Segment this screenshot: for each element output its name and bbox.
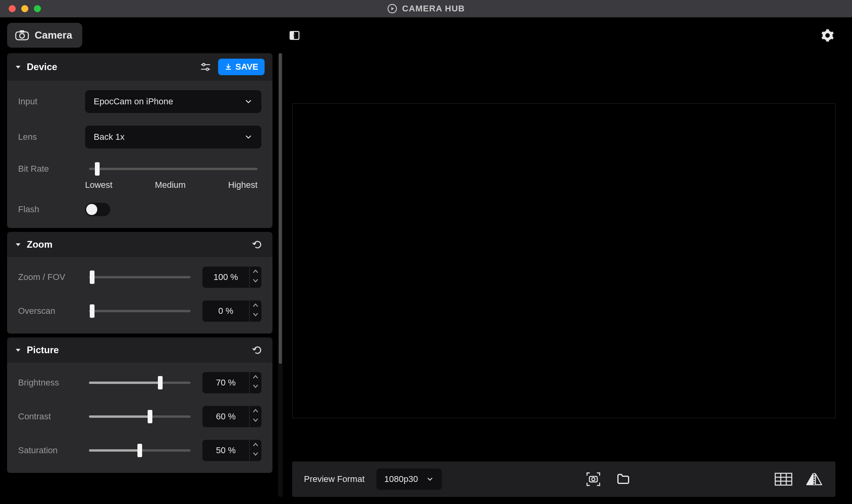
picture-panel: Picture Brightness — [7, 337, 272, 473]
overscan-value[interactable]: 0 % — [202, 300, 249, 322]
titlebar: CAMERA HUB — [0, 0, 852, 17]
svg-rect-3 — [20, 30, 24, 33]
bitrate-med-label: Medium — [155, 180, 185, 190]
picture-panel-header[interactable]: Picture — [7, 337, 272, 363]
zoom-fov-down[interactable] — [250, 276, 261, 285]
minimize-window-button[interactable] — [21, 5, 28, 12]
brightness-value[interactable]: 70 % — [202, 372, 249, 393]
preview-format-label: Preview Format — [304, 474, 365, 484]
overscan-up[interactable] — [250, 300, 261, 310]
zoom-fov-stepper: 100 % — [202, 267, 261, 288]
zoom-fov-up[interactable] — [250, 267, 261, 276]
app-title: CAMERA HUB — [387, 4, 465, 14]
bottom-bar: Preview Format 1080p30 — [292, 461, 835, 497]
preview-format-value: 1080p30 — [384, 474, 418, 484]
zoom-fov-slider[interactable] — [89, 269, 191, 285]
device-panel: Device SAVE — [7, 53, 272, 228]
zoom-fov-label: Zoom / FOV — [18, 272, 77, 282]
chevron-down-icon — [244, 97, 253, 106]
save-button-label: SAVE — [235, 62, 258, 72]
download-icon — [224, 63, 232, 71]
flash-label: Flash — [18, 204, 77, 215]
lens-select[interactable]: Back 1x — [85, 126, 261, 148]
sidebar: Camera Device — [7, 23, 283, 497]
picture-panel-title: Picture — [27, 345, 59, 356]
contrast-value[interactable]: 60 % — [202, 406, 249, 427]
bitrate-high-label: Highest — [228, 180, 257, 190]
brightness-label: Brightness — [18, 378, 77, 388]
window-controls — [9, 5, 41, 12]
flash-toggle[interactable] — [85, 203, 110, 216]
brightness-up[interactable] — [250, 372, 261, 382]
maximize-window-button[interactable] — [34, 5, 41, 12]
svg-rect-12 — [775, 473, 792, 485]
contrast-down[interactable] — [250, 415, 261, 425]
app-window: CAMERA HUB Camera — [0, 0, 852, 504]
flip-icon — [805, 472, 823, 486]
device-panel-header[interactable]: Device SAVE — [7, 53, 272, 81]
input-select[interactable]: EpocCam on iPhone — [85, 90, 261, 113]
lens-label: Lens — [18, 132, 77, 142]
zoom-fov-value[interactable]: 100 % — [202, 267, 249, 288]
gear-icon — [821, 29, 834, 42]
brightness-stepper: 70 % — [202, 372, 261, 393]
input-value: EpocCam on iPhone — [94, 96, 173, 107]
svg-point-6 — [202, 63, 205, 66]
reset-picture-button[interactable] — [250, 343, 265, 357]
brightness-slider[interactable] — [89, 375, 191, 391]
flip-button[interactable] — [805, 471, 824, 487]
svg-rect-9 — [290, 32, 294, 39]
saturation-stepper: 50 % — [202, 440, 261, 461]
main-area: Preview Format 1080p30 — [283, 23, 845, 497]
contrast-slider[interactable] — [89, 409, 191, 424]
grid-overlay-button[interactable] — [774, 471, 793, 487]
open-folder-button[interactable] — [615, 471, 632, 488]
saturation-label: Saturation — [18, 445, 77, 456]
sliders-icon[interactable] — [198, 60, 213, 74]
elgato-logo-icon — [387, 4, 397, 14]
overscan-label: Overscan — [18, 306, 77, 316]
sidebar-scrollbar[interactable] — [278, 53, 283, 497]
camera-tab[interactable]: Camera — [7, 23, 82, 48]
zoom-panel-title: Zoom — [27, 239, 52, 250]
settings-button[interactable] — [821, 28, 835, 43]
chevron-down-icon — [426, 475, 434, 483]
reset-icon — [252, 345, 263, 356]
zoom-panel-header[interactable]: Zoom — [7, 232, 272, 257]
close-window-button[interactable] — [9, 5, 16, 12]
bitrate-label: Bit Rate — [18, 164, 77, 174]
bitrate-slider[interactable] — [89, 161, 257, 177]
caret-down-icon — [15, 241, 21, 248]
contrast-up[interactable] — [250, 406, 261, 415]
saturation-up[interactable] — [250, 440, 261, 449]
video-preview — [292, 103, 835, 418]
chevron-down-icon — [244, 133, 253, 141]
bitrate-low-label: Lowest — [85, 180, 113, 190]
preview-format-select[interactable]: 1080p30 — [376, 469, 442, 490]
caret-down-icon — [15, 347, 21, 353]
input-label: Input — [18, 96, 77, 107]
saturation-value[interactable]: 50 % — [202, 440, 249, 461]
camera-tab-label: Camera — [35, 29, 72, 41]
save-button[interactable]: SAVE — [218, 59, 265, 75]
app-title-text: CAMERA HUB — [402, 4, 465, 14]
svg-point-2 — [20, 33, 24, 38]
saturation-slider[interactable] — [89, 443, 191, 458]
reset-zoom-button[interactable] — [250, 237, 265, 252]
device-panel-title: Device — [27, 61, 57, 72]
camera-icon — [15, 30, 29, 41]
zoom-panel: Zoom Zoom / FOV — [7, 232, 272, 334]
lens-value: Back 1x — [94, 132, 124, 142]
snapshot-button[interactable] — [584, 470, 603, 489]
caret-down-icon — [15, 64, 21, 70]
grid-icon — [774, 472, 793, 486]
contrast-label: Contrast — [18, 411, 77, 422]
overscan-slider[interactable] — [89, 303, 191, 319]
contrast-stepper: 60 % — [202, 406, 261, 427]
overscan-down[interactable] — [250, 310, 261, 319]
reset-icon — [252, 239, 263, 250]
collapse-sidebar-button[interactable] — [287, 28, 302, 43]
svg-point-7 — [206, 68, 208, 70]
saturation-down[interactable] — [250, 449, 261, 459]
brightness-down[interactable] — [250, 382, 261, 391]
